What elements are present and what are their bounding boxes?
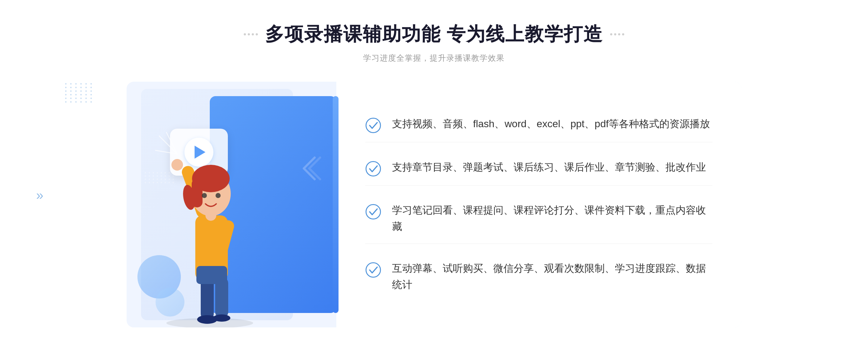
- svg-point-18: [366, 162, 380, 176]
- dots-decoration-left: [65, 83, 109, 126]
- features-panel: 支持视频、音频、flash、word、excel、ppt、pdf等各种格式的资源…: [336, 82, 741, 327]
- svg-point-20: [366, 263, 380, 277]
- svg-point-15: [171, 159, 183, 171]
- svg-point-14: [216, 193, 221, 198]
- main-title: 多项录播课辅助功能 专为线上教学打造: [265, 22, 603, 47]
- feature-item-3: 学习笔记回看、课程提问、课程评论打分、课件资料下载，重点内容收藏: [365, 194, 712, 244]
- check-icon-4: [365, 262, 381, 278]
- feature-item-1: 支持视频、音频、flash、word、excel、ppt、pdf等各种格式的资源…: [365, 107, 712, 142]
- check-icon-1: [365, 117, 381, 133]
- check-icon-3: [365, 204, 381, 220]
- feature-item-4: 互动弹幕、试听购买、微信分享、观看次数限制、学习进度跟踪、数据统计: [365, 252, 712, 302]
- accent-bar: [333, 96, 339, 313]
- feature-text-1: 支持视频、音频、flash、word、excel、ppt、pdf等各种格式的资源…: [392, 116, 710, 132]
- svg-point-13: [202, 193, 207, 198]
- feature-item-2: 支持章节目录、弹题考试、课后练习、课后作业、章节测验、批改作业: [365, 151, 712, 186]
- feature-text-4: 互动弹幕、试听购买、微信分享、观看次数限制、学习进度跟踪、数据统计: [392, 261, 712, 293]
- person-figure: [148, 125, 271, 327]
- svg-point-19: [366, 205, 380, 219]
- decorator-right: [610, 33, 624, 35]
- feature-text-3: 学习笔记回看、课程提问、课程评论打分、课件资料下载，重点内容收藏: [392, 202, 712, 235]
- chevron-left-icon: »: [36, 188, 43, 203]
- header-decorators: 多项录播课辅助功能 专为线上教学打造: [244, 22, 624, 47]
- svg-rect-16: [196, 266, 227, 284]
- lines-decoration: [300, 154, 322, 184]
- content-area: 支持视频、音频、flash、word、excel、ppt、pdf等各种格式的资源…: [127, 82, 741, 327]
- subtitle: 学习进度全掌握，提升录播课教学效果: [244, 53, 624, 64]
- illustration-panel: [127, 82, 336, 327]
- header-section: 多项录播课辅助功能 专为线上教学打造 学习进度全掌握，提升录播课教学效果: [244, 22, 624, 64]
- decorator-left: [244, 33, 258, 35]
- check-icon-2: [365, 161, 381, 177]
- svg-point-17: [366, 118, 380, 133]
- svg-point-4: [213, 314, 230, 322]
- page-container: » 多项录播课辅助功能 专为线上教学打造 学习进度全掌握，提升录播课教学效果: [0, 0, 868, 352]
- feature-text-2: 支持章节目录、弹题考试、课后练习、课后作业、章节测验、批改作业: [392, 159, 706, 176]
